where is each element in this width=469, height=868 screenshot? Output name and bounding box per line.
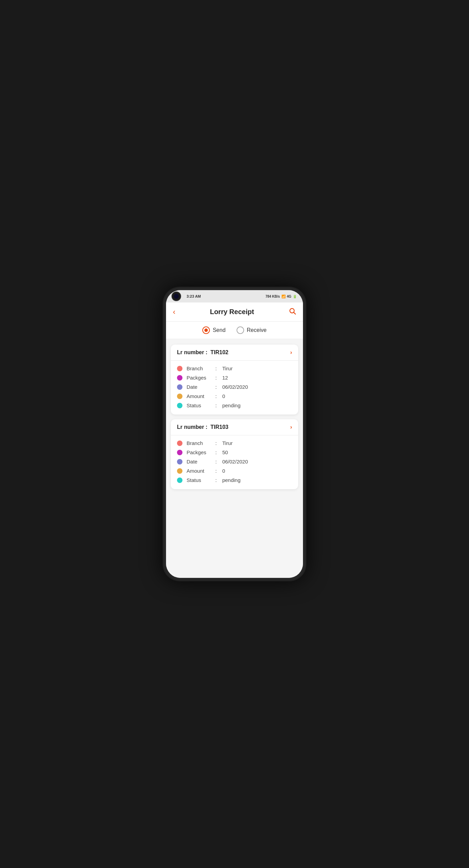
card-1-packages-row: Packges : 12 <box>177 375 292 381</box>
packages-value-2: 50 <box>222 449 228 455</box>
back-button[interactable]: ‹ <box>173 308 175 316</box>
radio-send-label: Send <box>213 327 225 333</box>
amount-value-1: 0 <box>222 393 225 399</box>
branch-label-2: Branch <box>187 440 211 446</box>
status-label-2: Status <box>187 477 211 483</box>
signal-strength: 📶 <box>281 295 286 298</box>
chevron-right-icon-2: › <box>290 424 292 430</box>
camera-lens <box>174 294 179 299</box>
date-label-1: Date <box>187 384 211 390</box>
app-screen: ‹ Lorry Receipt Send <box>166 302 303 578</box>
branch-dot-1 <box>177 366 182 371</box>
battery-icon: 🔋 <box>293 295 297 298</box>
date-dot-2 <box>177 459 182 464</box>
status-label-1: Status <box>187 402 211 408</box>
card-2-packages-row: Packges : 50 <box>177 449 292 455</box>
radio-receive-label: Receive <box>247 327 267 333</box>
network-type: 4G <box>287 295 291 298</box>
radio-receive[interactable]: Receive <box>237 326 267 334</box>
status-value-2: pending <box>222 477 240 483</box>
amount-dot-2 <box>177 468 182 474</box>
card-2-date-row: Date : 06/02/2020 <box>177 459 292 464</box>
search-button[interactable] <box>289 307 296 317</box>
lr-number-2: Lr number : TIR103 <box>177 424 228 430</box>
chevron-right-icon-1: › <box>290 349 292 356</box>
packages-dot-2 <box>177 450 182 455</box>
card-2-amount-row: Amount : 0 <box>177 468 292 474</box>
status-icons: 784 KB/s 📶 4G 🔋 <box>265 295 297 298</box>
card-1-body: Branch : Tirur Packges : 12 Date <box>171 361 298 414</box>
card-1-branch-row: Branch : Tirur <box>177 365 292 371</box>
card-2-header: Lr number : TIR103 › <box>171 419 298 435</box>
page-title: Lorry Receipt <box>210 308 254 316</box>
status-time: 3:23 AM <box>187 294 201 298</box>
radio-send[interactable]: Send <box>202 326 225 334</box>
network-speed: 784 KB/s <box>265 295 280 298</box>
date-dot-1 <box>177 384 182 390</box>
radio-send-dot <box>204 328 208 332</box>
card-2-branch-row: Branch : Tirur <box>177 440 292 446</box>
phone-screen: 3:23 AM 784 KB/s 📶 4G 🔋 ‹ Lorry Receipt <box>166 290 303 578</box>
camera-notch <box>172 292 181 301</box>
branch-value-1: Tirur <box>222 365 232 371</box>
amount-dot-1 <box>177 394 182 399</box>
card-1-amount-row: Amount : 0 <box>177 393 292 399</box>
app-header: ‹ Lorry Receipt <box>166 302 303 322</box>
radio-receive-circle <box>237 326 244 334</box>
branch-dot-2 <box>177 441 182 446</box>
receipt-card-2[interactable]: Lr number : TIR103 › Branch : Tirur Pack <box>171 419 298 489</box>
amount-label-2: Amount <box>187 468 211 474</box>
amount-label-1: Amount <box>187 393 211 399</box>
status-dot-1 <box>177 403 182 408</box>
radio-send-circle <box>202 326 210 334</box>
branch-value-2: Tirur <box>222 440 232 446</box>
lr-number-1: Lr number : TIR102 <box>177 349 228 356</box>
phone-frame: 3:23 AM 784 KB/s 📶 4G 🔋 ‹ Lorry Receipt <box>163 287 306 581</box>
svg-line-1 <box>294 312 295 314</box>
content-area: Lr number : TIR102 › Branch : Tirur Pack <box>166 339 303 578</box>
packages-label-1: Packges <box>187 375 211 381</box>
packages-label-2: Packges <box>187 449 211 455</box>
status-bar: 3:23 AM 784 KB/s 📶 4G 🔋 <box>166 290 303 302</box>
card-2-status-row: Status : pending <box>177 477 292 483</box>
branch-label-1: Branch <box>187 365 211 371</box>
card-1-header: Lr number : TIR102 › <box>171 345 298 361</box>
amount-value-2: 0 <box>222 468 225 474</box>
card-1-date-row: Date : 06/02/2020 <box>177 384 292 390</box>
date-label-2: Date <box>187 459 211 464</box>
date-value-1: 06/02/2020 <box>222 384 248 390</box>
packages-value-1: 12 <box>222 375 228 381</box>
filter-radio-group: Send Receive <box>166 322 303 339</box>
date-value-2: 06/02/2020 <box>222 459 248 464</box>
receipt-card-1[interactable]: Lr number : TIR102 › Branch : Tirur Pack <box>171 345 298 414</box>
status-value-1: pending <box>222 402 240 408</box>
card-2-body: Branch : Tirur Packges : 50 Date <box>171 435 298 489</box>
status-dot-2 <box>177 478 182 483</box>
packages-dot-1 <box>177 375 182 381</box>
card-1-status-row: Status : pending <box>177 402 292 408</box>
